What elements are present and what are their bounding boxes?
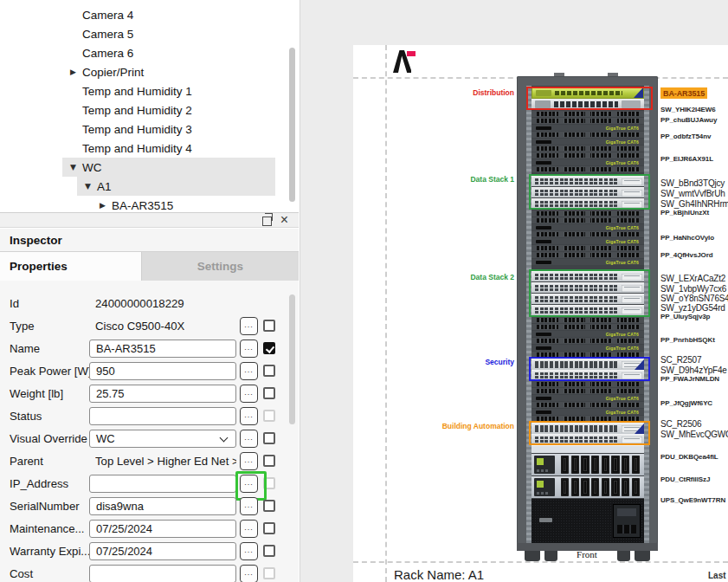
pdu-outlet [571,478,579,496]
property-row-parent: ParentTop Level > Higher Ed Net >... [0,452,299,471]
rack-unit-pp [532,402,644,408]
patch-panel-brand-text: GigaTrue CAT6 [606,395,639,401]
parent-ellipsis-button[interactable]: ... [240,452,258,470]
rack-unit-pp [532,217,644,223]
property-label: Warranty Expi... [10,545,90,558]
peak-power-w-ellipsis-button[interactable]: ... [240,362,258,380]
name-input[interactable] [89,340,236,358]
visual-override-checkbox[interactable] [263,432,275,444]
property-row-type: TypeCisco C9500-40X... [0,317,299,336]
rack-unit-pp [532,381,644,387]
device-label-pp-pnrhbhsqkt: PP_PnrhbHSQKt [660,336,715,344]
group-box-data-stack-1 [529,174,650,210]
tree-item-wc[interactable]: ▼WC [62,158,275,177]
cost-input[interactable] [89,565,236,582]
inspector-tabs: Properties Settings [0,251,299,281]
property-row-weight-lb: Weight [lb]... [0,385,299,404]
rack-unit-pp [532,252,644,258]
device-label-pp-fwajrnmldn: PP_FWAJrNMLDN [660,375,719,383]
tree-item-temp-and-humidity-2[interactable]: Temp and Humidity 2 [62,100,275,120]
pdu-outlet [602,456,609,474]
weight-lb-input[interactable] [89,385,236,403]
tree-item-ba-ar3515[interactable]: ▶BA-AR3515 [92,196,275,212]
warranty-expi-ellipsis-button[interactable]: ... [240,542,258,560]
device-label-sc-r2507: SC_R2507 [660,355,701,365]
serialnumber-ellipsis-button[interactable]: ... [240,497,258,515]
weight-lb-checkbox[interactable] [263,387,275,399]
chevron-down-icon[interactable]: ▼ [70,163,82,171]
tree-item-copier-print[interactable]: ▶Copier/Print [62,62,275,81]
status-input[interactable] [89,407,236,425]
tree-item-camera-4[interactable]: Camera 4 [62,5,275,24]
peak-power-w-checkbox[interactable] [263,365,275,377]
patch-panel-ports [537,253,639,257]
patch-panel-brand-text: GigaTrue CAT6 [606,159,639,165]
device-label-sw-lexracazt2: SW_LEXrACaZt2 [660,274,725,283]
chevron-down-icon[interactable]: ▼ [85,182,97,191]
rack-unit-ppb: GigaTrue CAT6 [532,395,644,401]
maintenance-input[interactable] [89,520,236,538]
properties-scrollbar[interactable] [289,294,295,424]
device-label-ba-ar3515: BA-AR3515 [660,87,707,99]
patch-panel-brand-chip [536,226,551,230]
pdu-outlet [561,456,569,474]
pdu-outlet [632,478,640,496]
device-label-pp-jfqgjwf6yc: PP_JfQgjWf6YC [660,399,712,407]
page-footer-line [353,561,728,563]
tree-item-temp-and-humidity-4[interactable]: Temp and Humidity 4 [62,139,275,158]
group-box-data-stack-2 [529,269,650,317]
serialnumber-input[interactable] [89,497,236,515]
patch-panel-ports [537,218,639,223]
tree-item-label: BA-AR3515 [112,199,173,212]
tree-item-temp-and-humidity-3[interactable]: Temp and Humidity 3 [62,120,275,139]
name-ellipsis-button[interactable]: ... [240,340,258,358]
tree-item-camera-6[interactable]: Camera 6 [62,43,275,62]
tab-settings[interactable]: Settings [142,252,299,281]
tree-scrollbar[interactable] [289,48,295,202]
warranty-expi-checkbox[interactable] [263,545,275,557]
visual-override-ellipsis-button[interactable]: ... [240,430,258,448]
patch-panel-ports [537,246,639,250]
rack-unit-pp [532,245,644,251]
chevron-right-icon[interactable]: ▶ [100,201,112,210]
patch-panel-brand-text: GigaTrue CAT6 [606,259,639,265]
patch-panel-brand-text: GigaTrue CAT6 [606,224,639,230]
device-label-sw-yhik2i4ew6: SW_YHIK2I4EW6 [660,106,716,113]
rack-unit-pp [532,324,644,330]
restore-window-icon[interactable] [262,217,272,226]
status-checkbox [263,410,275,422]
property-row-ip-address: IP_Address... [0,475,299,494]
serialnumber-checkbox[interactable] [263,500,275,512]
pdu-outlet [591,456,599,474]
parent-checkbox[interactable] [263,455,275,467]
status-ellipsis-button[interactable]: ... [240,407,258,425]
ups-buttons [617,525,636,534]
tree-item-a1[interactable]: ▼A1 [77,177,275,196]
tree-item-camera-5[interactable]: Camera 5 [62,24,275,43]
maintenance-checkbox[interactable] [263,522,275,534]
group-label-security: Security [372,358,514,366]
weight-lb-ellipsis-button[interactable]: ... [240,385,258,403]
chevron-right-icon[interactable]: ▶ [70,68,82,76]
rack-foot [635,551,650,561]
patch-panel-ports [537,389,639,393]
visual-override-select[interactable]: WC [89,430,236,448]
maintenance-ellipsis-button[interactable]: ... [240,520,258,538]
tree-item-temp-and-humidity-1[interactable]: Temp and Humidity 1 [62,81,275,100]
close-icon[interactable]: × [280,214,288,226]
property-label: Weight [lb] [10,387,63,400]
tree-item-label: Camera 4 [82,9,133,22]
property-label: Visual Override [10,432,87,445]
rack-unit-pp [532,231,644,237]
ip-address-input[interactable] [89,475,236,493]
type-ellipsis-button[interactable]: ... [240,317,258,335]
warranty-expi-input[interactable] [89,542,236,560]
type-checkbox[interactable] [263,320,275,332]
tab-properties[interactable]: Properties [0,252,142,281]
patch-panel-brand-chip [536,161,551,165]
cost-ellipsis-button[interactable]: ... [240,565,258,582]
tree-item-label: Temp and Humidity 4 [82,142,192,155]
peak-power-w-input[interactable] [89,362,236,380]
name-checkbox-checked[interactable] [263,342,275,354]
property-label: Maintenance... [10,522,85,535]
